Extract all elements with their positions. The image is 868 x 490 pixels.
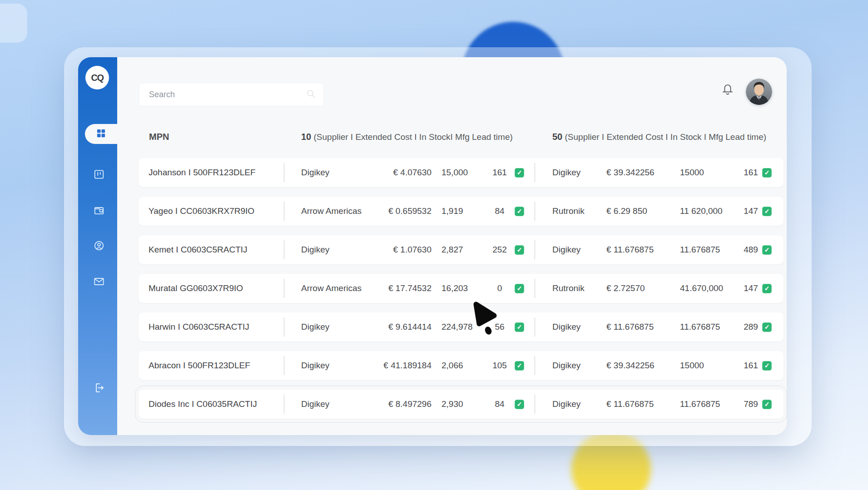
supplier-10: Digikey xyxy=(284,361,366,371)
in-stock-10: 2,827 xyxy=(432,245,488,255)
extended-cost-10: € 0.659532 xyxy=(366,206,432,216)
sidebar-item-messages[interactable] xyxy=(93,277,105,288)
supplier-50: Rutronik xyxy=(535,206,606,216)
table-row[interactable]: Abracon I 500FR123DLEF Digikey € 41.1891… xyxy=(139,351,784,380)
supplier-50: Digikey xyxy=(535,245,606,255)
lead-time-50: 161 xyxy=(743,168,759,178)
lead-time-50: 289 xyxy=(743,322,759,332)
extended-cost-50: € 39.342256 xyxy=(606,361,679,371)
app-logo: CQ xyxy=(85,66,109,89)
lead-time-10: 105 xyxy=(488,361,511,371)
header-qty-50: 50 (Supplier I Extended Cost I In Stock … xyxy=(535,132,784,142)
table-row[interactable]: Kemet I C0603C5RACTIJ Digikey € 1.07630 … xyxy=(139,235,784,264)
parts-table: MPN 10 (Supplier I Extended Cost I In St… xyxy=(139,125,784,419)
extended-cost-10: € 4.07630 xyxy=(366,168,432,178)
stock-check-icon[interactable]: ✓ xyxy=(515,245,524,255)
search-box xyxy=(139,84,323,106)
stock-check-icon[interactable]: ✓ xyxy=(515,284,524,293)
supplier-50: Digikey xyxy=(535,168,606,178)
lead-time-10: 56 xyxy=(488,322,511,332)
extended-cost-50: € 2.72570 xyxy=(606,283,679,293)
in-stock-50: 11 620,000 xyxy=(679,206,743,216)
in-stock-50: 11.676875 xyxy=(679,322,743,332)
table-row[interactable]: Johanson I 500FR123DLEF Digikey € 4.0763… xyxy=(139,158,784,187)
grid-icon xyxy=(96,128,106,140)
stock-check-icon[interactable]: ✓ xyxy=(762,168,772,178)
content-area: MPN 10 (Supplier I Extended Cost I In St… xyxy=(117,57,787,435)
mpn-value: Kemet I C0603C5RACTIJ xyxy=(139,245,284,255)
extended-cost-50: € 11.676875 xyxy=(606,322,679,332)
mpn-value: Muratal GG0603X7R9IO xyxy=(139,283,284,293)
table-row-selected[interactable]: Diodes Inc I C06035RACTIJ Digikey € 8.49… xyxy=(139,390,784,419)
stock-check-icon[interactable]: ✓ xyxy=(762,361,772,371)
supplier-50: Rutronik xyxy=(535,283,606,293)
in-stock-10: 224,978 xyxy=(432,322,488,332)
extended-cost-10: € 9.614414 xyxy=(366,322,432,332)
mpn-value: Johanson I 500FR123DLEF xyxy=(139,168,284,178)
stock-check-icon[interactable]: ✓ xyxy=(515,168,524,178)
table-row[interactable]: Harwin I C0603C5RACTIJ Digikey € 9.61441… xyxy=(139,312,784,342)
main-card: CQ xyxy=(78,57,787,435)
stock-check-icon[interactable]: ✓ xyxy=(515,322,524,332)
sidebar: CQ xyxy=(78,57,117,435)
stock-check-icon[interactable]: ✓ xyxy=(762,245,772,255)
lead-time-10: 84 xyxy=(488,206,511,216)
header-qty-10: 10 (Supplier I Extended Cost I In StockI… xyxy=(284,132,535,142)
sidebar-item-account[interactable] xyxy=(93,241,105,252)
lead-time-50: 147 xyxy=(743,283,759,293)
extended-cost-10: € 41.189184 xyxy=(366,361,432,371)
mpn-value: Diodes Inc I C06035RACTIJ xyxy=(139,399,284,409)
supplier-10: Digikey xyxy=(284,245,366,255)
in-stock-50: 15000 xyxy=(679,168,743,178)
background-corner-panel xyxy=(0,4,27,43)
stock-check-icon[interactable]: ✓ xyxy=(515,400,524,409)
sidebar-item-boards[interactable] xyxy=(93,169,105,181)
in-stock-10: 2,930 xyxy=(432,399,488,409)
in-stock-10: 16,203 xyxy=(432,283,488,293)
notification-bell-icon[interactable] xyxy=(720,82,735,97)
extended-cost-10: € 17.74532 xyxy=(366,283,432,293)
mpn-value: Harwin I C0603C5RACTIJ xyxy=(139,322,284,332)
sidebar-item-dashboard[interactable] xyxy=(85,124,117,144)
lead-time-50: 161 xyxy=(743,361,759,371)
lead-time-10: 0 xyxy=(488,283,511,293)
in-stock-50: 15000 xyxy=(679,361,743,371)
lead-time-10: 252 xyxy=(488,245,511,255)
in-stock-50: 41.670,000 xyxy=(679,283,743,293)
extended-cost-50: € 39.342256 xyxy=(606,168,679,178)
supplier-10: Digikey xyxy=(284,399,366,409)
lead-time-10: 84 xyxy=(488,399,511,409)
supplier-10: Arrow Americas xyxy=(284,206,366,216)
in-stock-10: 1,919 xyxy=(432,206,488,216)
user-circle-icon xyxy=(93,240,105,253)
mpn-value: Yageo I CC0603KRX7R9IO xyxy=(139,206,284,216)
extended-cost-50: € 11.676875 xyxy=(606,245,679,255)
sidebar-item-wallet[interactable] xyxy=(93,205,105,217)
stock-check-icon[interactable]: ✓ xyxy=(762,400,772,409)
supplier-10: Digikey xyxy=(284,168,366,178)
lead-time-10: 161 xyxy=(488,168,511,178)
kanban-icon xyxy=(93,168,105,182)
stock-check-icon[interactable]: ✓ xyxy=(762,322,772,332)
extended-cost-10: € 8.497296 xyxy=(366,399,432,409)
supplier-50: Digikey xyxy=(535,322,606,332)
extended-cost-10: € 1.07630 xyxy=(366,245,432,255)
wallet-icon xyxy=(93,204,105,218)
table-row[interactable]: Muratal GG0603X7R9IO Arrow Americas € 17… xyxy=(139,274,784,303)
stock-check-icon[interactable]: ✓ xyxy=(762,207,772,216)
search-icon xyxy=(306,89,316,101)
stock-check-icon[interactable]: ✓ xyxy=(762,284,772,293)
extended-cost-50: € 11.676875 xyxy=(606,399,679,409)
stock-check-icon[interactable]: ✓ xyxy=(515,207,524,216)
lead-time-50: 489 xyxy=(743,245,759,255)
table-row[interactable]: Yageo I CC0603KRX7R9IO Arrow Americas € … xyxy=(139,197,784,226)
user-avatar[interactable] xyxy=(746,79,772,105)
table-header: MPN 10 (Supplier I Extended Cost I In St… xyxy=(139,125,784,148)
stock-check-icon[interactable]: ✓ xyxy=(515,361,524,371)
lead-time-50: 147 xyxy=(743,206,759,216)
in-stock-50: 11.676875 xyxy=(679,399,743,409)
search-input[interactable] xyxy=(139,90,306,99)
logout-icon xyxy=(93,382,105,396)
sidebar-item-logout[interactable] xyxy=(93,383,105,395)
supplier-10: Digikey xyxy=(284,322,366,332)
